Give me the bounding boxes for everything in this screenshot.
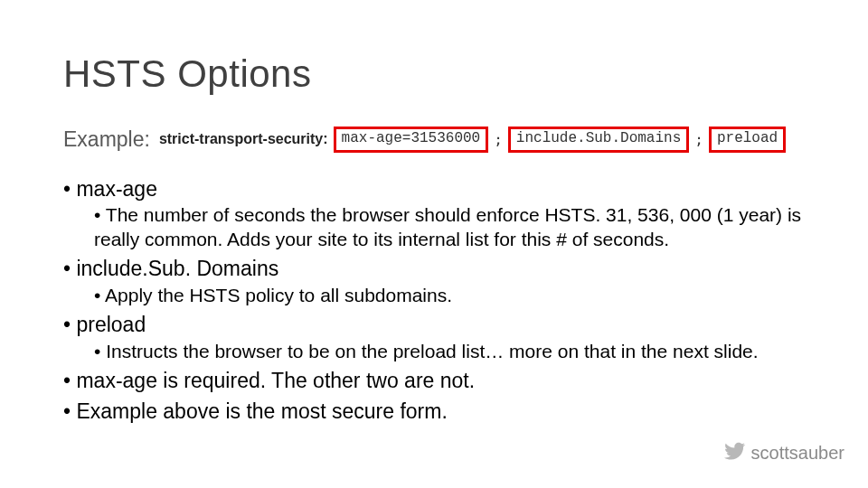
item-label: include.Sub. Domains [76,257,278,280]
header-name: strict-transport-security: [159,131,328,147]
separator: ; [694,131,703,148]
separator: ; [494,131,503,148]
example-line: Example: strict-transport-security: max-… [63,127,805,153]
example-label: Example: [63,127,150,152]
twitter-icon [724,440,746,466]
box-preload: preload [709,127,786,153]
list-item: max-age is required. The other two are n… [63,368,805,394]
box-max-age: max-age=31536000 [334,127,489,153]
item-label: preload [76,313,146,336]
list-item: max-age The number of seconds the browse… [63,176,805,251]
box-include-subdomains: include.Sub.Domains [508,127,689,153]
list-item: Example above is the most secure form. [63,399,805,425]
slide: HSTS Options Example: strict-transport-s… [0,0,868,488]
item-label: max-age [76,177,156,201]
footer-handle: scottsauber [751,443,844,464]
page-title: HSTS Options [63,52,805,96]
bullet-list: max-age The number of seconds the browse… [63,176,805,425]
footer: scottsauber [724,440,844,466]
list-item: include.Sub. Domains Apply the HSTS poli… [63,256,805,307]
sub-item: Instructs the browser to be on the prelo… [94,340,805,363]
sub-item: Apply the HSTS policy to all subdomains. [94,284,805,307]
sub-item: The number of seconds the browser should… [94,203,805,251]
list-item: preload Instructs the browser to be on t… [63,312,805,363]
